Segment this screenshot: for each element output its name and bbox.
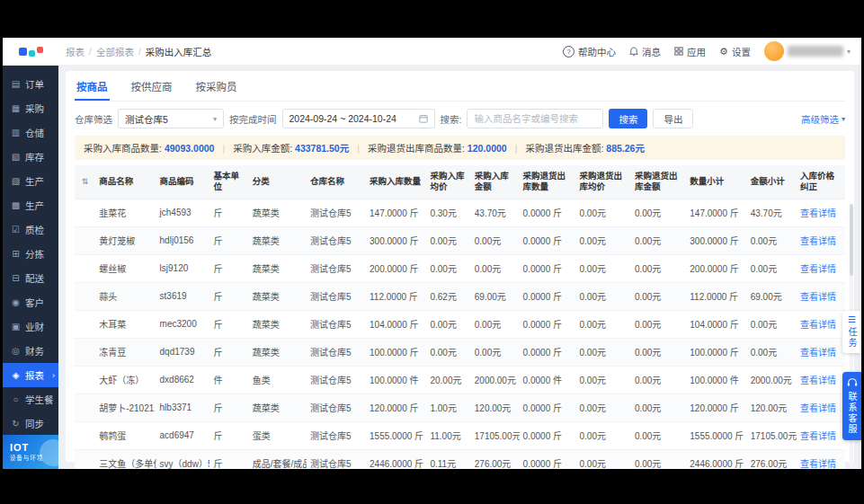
cell: 测试仓库5 [307, 393, 366, 421]
table-row: 鹌鹑蛋acd6947斤蛋类测试仓库51555.0000 斤11.00元17105… [75, 421, 845, 449]
tab-1[interactable]: 按供应商 [129, 73, 174, 101]
view-details-link[interactable]: 查看详情 [800, 208, 836, 218]
date-filter-label: 按完成时间 [229, 112, 277, 126]
apps-button[interactable]: 应用 [674, 45, 706, 58]
cell: 螺丝椒 [95, 254, 156, 282]
task-float-button[interactable]: ☰ 任务 [842, 311, 861, 353]
cell: 0.00元 [631, 421, 686, 449]
table-row: 冻青豆dqd1739斤蔬菜类测试仓库5100.0000 斤0.00元0.00元0… [75, 338, 845, 366]
messages-label: 消息 [642, 45, 661, 58]
cell: 17105.00元 [747, 421, 797, 449]
logo-block-blue [19, 48, 27, 56]
cell: 300.0000 斤 [366, 226, 426, 254]
customer-service-float-button[interactable]: 联系客服 [842, 372, 861, 440]
sidebar-item-5[interactable]: ▩生产 [3, 193, 58, 217]
cell: 斤 [209, 338, 248, 366]
cell: 2000.00元 [747, 366, 797, 393]
cell: 测试仓库5 [307, 421, 366, 449]
row-expand-cell[interactable] [75, 449, 95, 469]
settings-button[interactable]: ⚙ 设置 [719, 45, 751, 58]
student-meal-icon: ○ [11, 394, 21, 404]
expand-all-header[interactable]: ⇅ [75, 165, 95, 199]
cell: 69.00元 [471, 282, 520, 310]
export-button[interactable]: 导出 [653, 109, 693, 128]
date-range-input[interactable]: 2024-09-24 ~ 2024-10-24 [282, 109, 435, 128]
table-body: 韭菜花jch4593斤蔬菜类测试仓库5147.0000 斤0.30元43.70元… [75, 199, 845, 469]
cell: 测试仓库5 [307, 366, 366, 393]
sidebar-item-9[interactable]: ◉客户 [3, 290, 58, 314]
row-expand-cell[interactable] [75, 310, 95, 338]
cell: 木耳菜 [95, 310, 156, 338]
production2-icon: ▩ [11, 200, 21, 210]
view-details-link[interactable]: 查看详情 [800, 320, 836, 330]
cell: 0.00元 [471, 310, 520, 338]
view-details-link[interactable]: 查看详情 [800, 348, 836, 358]
view-details-link[interactable]: 查看详情 [800, 264, 836, 274]
cell: 冻青豆 [95, 338, 156, 366]
row-expand-cell[interactable] [75, 421, 95, 449]
app-frame: 报表/全部报表/采购出入库汇总 ? 帮助中心 消息 应用 ⚙ 设置 [3, 38, 861, 469]
warehouse-select[interactable]: 测试仓库5 ▾ [118, 109, 224, 128]
brand-logo [3, 47, 58, 57]
task-float-label: 任务 [845, 327, 859, 349]
main-content: 按商品按供应商按采购员 仓库筛选 测试仓库5 ▾ 按完成时间 2024-09-2… [58, 66, 861, 469]
row-expand-cell[interactable] [75, 254, 95, 282]
view-details-link[interactable]: 查看详情 [800, 459, 836, 469]
row-expand-cell[interactable] [75, 393, 95, 421]
sidebar-item-14[interactable]: ↻同步 [3, 411, 58, 436]
summary-item: 采购退货出库金额:885.26元 [525, 141, 645, 155]
view-details-link[interactable]: 查看详情 [800, 236, 836, 246]
row-expand-cell[interactable] [75, 226, 95, 254]
breadcrumb-item[interactable]: 采购出入库汇总 [146, 45, 212, 58]
cell: 蒜头 [95, 282, 156, 310]
tab-0[interactable]: 按商品 [75, 73, 110, 101]
view-details-link[interactable]: 查看详情 [800, 292, 836, 302]
view-details-link[interactable]: 查看详情 [800, 431, 836, 441]
cell: 三文鱼（多单位） [95, 449, 156, 469]
cell: 0.00元 [576, 254, 631, 282]
sorting-icon: ⊞ [11, 249, 21, 259]
cell: 1555.0000 斤 [686, 421, 746, 449]
sidebar-item-13[interactable]: ○学生餐 [3, 387, 58, 411]
scrollbar-thumb[interactable] [850, 204, 853, 276]
row-expand-cell[interactable] [75, 366, 95, 393]
advanced-filter-link[interactable]: 高级筛选 ▾ [801, 112, 845, 126]
view-details-link[interactable]: 查看详情 [800, 403, 836, 413]
user-menu[interactable]: ▾ [764, 41, 851, 61]
search-button[interactable]: 搜索 [609, 109, 647, 128]
breadcrumb-item[interactable]: 报表 [66, 45, 85, 58]
sidebar-item-1[interactable]: ▦采购 [3, 96, 58, 120]
sidebar-item-7[interactable]: ⊞分拣 [3, 242, 58, 266]
view-details-link[interactable]: 查看详情 [800, 376, 836, 385]
search-input[interactable] [467, 109, 603, 128]
sidebar-item-4[interactable]: ▨生产 [3, 169, 58, 193]
sidebar-item-6[interactable]: ☑质检 [3, 217, 58, 242]
sidebar-item-10[interactable]: ▣业财 [3, 314, 58, 339]
cell: 100.0000 斤 [686, 338, 746, 366]
messages-button[interactable]: 消息 [629, 45, 661, 58]
summary-separator: | [357, 143, 360, 154]
help-center-button[interactable]: ? 帮助中心 [563, 45, 616, 58]
breadcrumb-item[interactable]: 全部报表 [96, 45, 134, 58]
sidebar-item-2[interactable]: ▥仓储 [3, 120, 58, 145]
cell: 120.0000 斤 [366, 393, 426, 421]
sidebar-item-11[interactable]: ◎财务 [3, 339, 58, 363]
tab-2[interactable]: 按采购员 [194, 73, 239, 101]
sidebar-item-12[interactable]: ◈报表› [3, 363, 58, 387]
row-expand-cell[interactable] [75, 282, 95, 310]
cell: 147.0000 斤 [366, 199, 426, 226]
sidebar-item-3[interactable]: ▧库存 [3, 145, 58, 169]
column-header: 基本单位 [209, 165, 248, 199]
cell: 0.00元 [426, 254, 470, 282]
action-cell: 查看详情 [797, 282, 845, 310]
row-expand-cell[interactable] [75, 199, 95, 226]
cell: 0.00元 [576, 282, 631, 310]
sidebar-item-0[interactable]: ▤订单 [3, 72, 58, 96]
sidebar-item-8[interactable]: ⊟配送 [3, 266, 58, 290]
cell: 276.00元 [747, 449, 797, 469]
apps-label: 应用 [687, 45, 706, 58]
settings-label: 设置 [732, 45, 751, 58]
row-expand-cell[interactable] [75, 338, 95, 366]
cell: 0.00元 [576, 366, 631, 393]
sidebar: ▤订单▦采购▥仓储▧库存▨生产▩生产☑质检⊞分拣⊟配送◉客户▣业财◎财务◈报表›… [3, 66, 58, 469]
